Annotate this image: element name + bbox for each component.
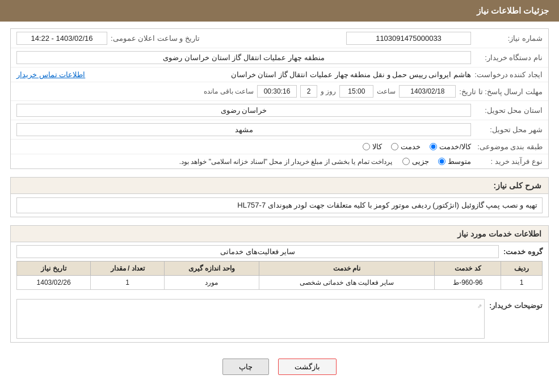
page-title: جزئیات اطلاعات نیاز [477, 6, 549, 15]
print-button[interactable]: چاپ [222, 359, 269, 375]
ijadKonande-label: ایجاد کننده درخواست: [474, 70, 543, 79]
gorohe-khadamat-value: سایر فعالیت‌های خدماتی [16, 245, 499, 258]
cell-vahed: مورد [165, 276, 259, 290]
shomareNiaz-value: 1103091475000033 [346, 32, 471, 45]
col-kod: کد خدمت [435, 262, 501, 276]
namDastgah-value: منطقه چهار عملیات انتقال گاز استان خراسا… [16, 51, 471, 64]
radio-kalaKhadamat-label: کالا/خدمت [439, 142, 471, 151]
noFarayand-radio-group: جزیی متوسط [402, 157, 471, 166]
ijadKonande-value: هاشم ایروانی رییس حمل و نقل منطقه چهار ع… [89, 70, 471, 79]
noFarayand-label: نوع فرآیند خرید : [474, 157, 543, 166]
row-shahr-takhvil: شهر محل تحویل: مشهد [11, 120, 548, 140]
table-row: 1 960-96-ط سایر فعالیت های خدماتی شخصی م… [17, 276, 543, 290]
page-header: جزئیات اطلاعات نیاز [0, 0, 559, 22]
gorohe-khadamat-row: گروه خدمت: سایر فعالیت‌های خدماتی [11, 242, 548, 261]
row-mohlat: مهلت ارسال پاسخ: تا تاریخ: 1403/02/18 سا… [11, 82, 548, 101]
radio-jozi-input[interactable] [402, 158, 410, 165]
tozihat-container: ⇗ [16, 299, 485, 339]
col-tedad: تعداد / مقدار [91, 262, 165, 276]
radio-motovaset-input[interactable] [438, 158, 445, 165]
sharh-row: تهیه و نصب پمپ گازوئیل (انژکتور) ردیفی م… [11, 194, 548, 217]
ostan-takhvil-value: خراسان رضوی [16, 104, 471, 117]
cell-tarikh: 1403/02/26 [17, 276, 91, 290]
gorohe-khadamat-label: گروه خدمت: [503, 247, 543, 256]
contact-link[interactable]: اطلاعات تماس خریدار [16, 70, 85, 79]
radio-kalaKhadamat-input[interactable] [430, 143, 437, 150]
col-vahed: واحد اندازه گیری [165, 262, 259, 276]
back-button[interactable]: بازگشت [278, 359, 337, 375]
cell-tedad: 1 [91, 276, 165, 290]
remaining-value: 00:30:16 [257, 85, 297, 98]
radio-motovaset: متوسط [438, 157, 471, 166]
shahr-takhvil-value: مشهد [16, 123, 471, 136]
row-namDastgah: نام دستگاه خریدار: منطقه چهار عملیات انت… [11, 48, 548, 68]
cell-nam: سایر فعالیت های خدماتی شخصی [259, 276, 435, 290]
sharh-value: تهیه و نصب پمپ گازوئیل (انژکتور) ردیفی م… [16, 197, 543, 213]
cell-radif: 1 [501, 276, 543, 290]
radio-kala-label: کالا [372, 142, 382, 151]
tabaqe-radio-group: کالا خدمت کالا/خدمت [363, 142, 471, 151]
radio-motovaset-label: متوسط [448, 157, 471, 166]
sharh-section: شرح کلی نیاز: تهیه و نصب پمپ گازوئیل (ان… [10, 177, 549, 217]
radio-kalaKhadamat: کالا/خدمت [430, 142, 471, 151]
noFarayand-note: پرداخت تمام یا بخشی از مبلغ خریدار از مح… [16, 158, 392, 166]
row-shomareNiaz: شماره نیاز: 1103091475000033 تاریخ و ساع… [11, 29, 548, 48]
row-noFarayand: نوع فرآیند خرید : جزیی متوسط پرداخت تمام… [11, 154, 548, 168]
mohlat-label: مهلت ارسال پاسخ: تا تاریخ: [459, 87, 543, 96]
tabaqe-label: طبقه بندی موضوعی: [474, 142, 543, 151]
radio-jozi-label: جزیی [412, 157, 429, 166]
date-value: 1403/02/18 [399, 85, 456, 98]
tozihat-row: توضیحات خریدار: ⇗ [11, 296, 548, 342]
saat-label: ساعت [377, 87, 396, 95]
khadamat-section: اطلاعات خدمات مورد نیاز گروه خدمت: سایر … [10, 225, 549, 343]
table-header: ردیف کد خدمت نام خدمت واحد اندازه گیری ت… [17, 262, 543, 276]
ostan-takhvil-label: استان محل تحویل: [474, 106, 543, 115]
row-tabaqe: طبقه بندی موضوعی: کالا خدمت کالا/خدمت [11, 140, 548, 154]
tozihat-label: توضیحات خریدار: [489, 299, 543, 310]
radio-kala: کالا [363, 142, 382, 151]
col-radif: ردیف [501, 262, 543, 276]
taarikh-label: تاریخ و ساعت اعلان عمومی: [111, 34, 200, 43]
khadamat-title: اطلاعات خدمات مورد نیاز [11, 226, 548, 242]
shomareNiaz-label: شماره نیاز: [474, 34, 543, 43]
table-body: 1 960-96-ط سایر فعالیت های خدماتی شخصی م… [17, 276, 543, 290]
row-ostan-takhvil: استان محل تحویل: خراسان رضوی [11, 101, 548, 120]
services-table: ردیف کد خدمت نام خدمت واحد اندازه گیری ت… [16, 261, 543, 290]
main-info-section: شماره نیاز: 1103091475000033 تاریخ و ساع… [10, 28, 549, 169]
tozihat-box: ⇗ [16, 299, 485, 339]
button-row: بازگشت چاپ [10, 351, 549, 383]
radio-khadamat: خدمت [391, 142, 421, 151]
services-table-wrapper: ردیف کد خدمت نام خدمت واحد اندازه گیری ت… [11, 261, 548, 296]
table-header-row: ردیف کد خدمت نام خدمت واحد اندازه گیری ت… [17, 262, 543, 276]
col-nam: نام خدمت [259, 262, 435, 276]
cell-kod: 960-96-ط [435, 276, 501, 290]
namDastgah-label: نام دستگاه خریدار: [474, 53, 543, 62]
roz-label: روز و [321, 87, 336, 95]
radio-jozi: جزیی [402, 157, 429, 166]
taarikh-value: 1403/02/16 - 14:22 [16, 32, 107, 45]
radio-khadamat-input[interactable] [391, 143, 398, 150]
sharh-title: شرح کلی نیاز: [11, 178, 548, 194]
radio-khadamat-label: خدمت [401, 142, 421, 151]
row-ijadKonande: ایجاد کننده درخواست: هاشم ایروانی رییس ح… [11, 68, 548, 82]
col-tarikh: تاریخ نیاز [17, 262, 91, 276]
radio-kala-input[interactable] [363, 143, 370, 150]
saat-value: 15:00 [339, 85, 373, 98]
remaining-label: ساعت باقی مانده [204, 87, 254, 95]
resize-icon: ⇗ [477, 303, 482, 309]
shahr-takhvil-label: شهر محل تحویل: [474, 125, 543, 134]
roz-value: 2 [300, 85, 317, 98]
